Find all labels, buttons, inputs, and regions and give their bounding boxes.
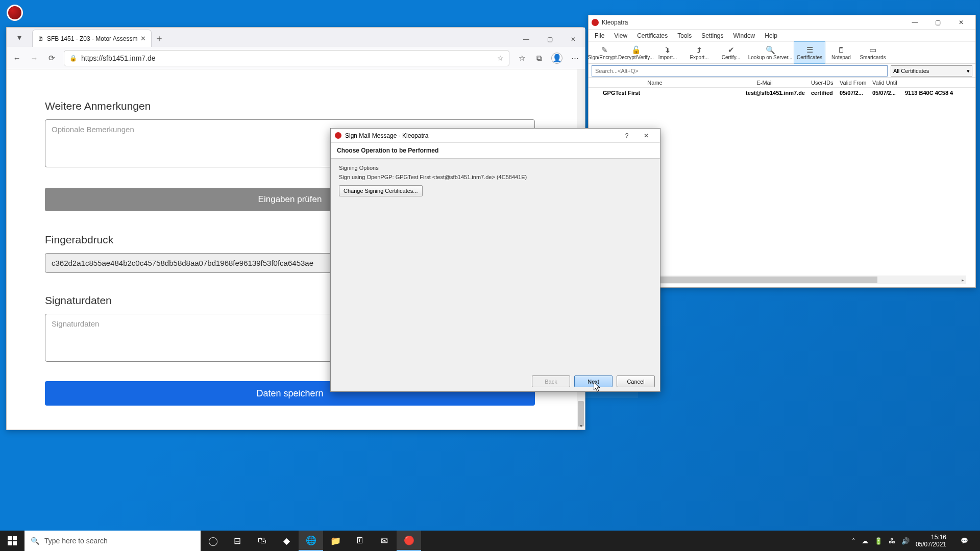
reader-star-icon[interactable]: ☆ <box>497 54 504 62</box>
certify-icon: ✔ <box>728 45 734 55</box>
taskbar-edge-icon[interactable]: 🌐 <box>299 531 323 551</box>
change-signing-certs-button[interactable]: Change Signing Certificates... <box>339 185 423 196</box>
forward-icon: → <box>29 54 39 62</box>
menu-view[interactable]: View <box>610 31 631 40</box>
kleopatra-titlebar[interactable]: Kleopatra — ▢ ✕ <box>589 15 975 30</box>
system-tray[interactable]: ˄ ☁ 🔋 🖧 🔊 15:16 05/07/2021 💬 <box>848 531 980 551</box>
tool-decrypt-verify[interactable]: 🔓Decrypt/Verify... <box>620 41 652 64</box>
tool-certificates[interactable]: ☰Certificates <box>794 41 825 64</box>
col-keyid[interactable] <box>902 78 975 87</box>
menu-settings[interactable]: Settings <box>697 31 727 40</box>
sign-using-line: Sign using OpenPGP: GPGTest First <test@… <box>339 174 652 180</box>
close-icon[interactable]: ✕ <box>949 19 972 26</box>
start-button[interactable] <box>0 531 24 551</box>
dialog-body: Signing Options Sign using OpenPGP: GPGT… <box>331 159 660 203</box>
tool-import[interactable]: ⮯Import... <box>652 41 683 64</box>
cortana-icon[interactable]: ⊟ <box>225 531 250 551</box>
tool-sign-encrypt[interactable]: ✎Sign/Encrypt... <box>589 41 620 64</box>
tool-certify[interactable]: ✔Certify... <box>715 41 747 64</box>
close-icon[interactable]: ✕ <box>561 32 585 47</box>
kleopatra-toolbar: ✎Sign/Encrypt... 🔓Decrypt/Verify... ⮯Imp… <box>589 41 975 64</box>
taskbar-kleopatra-icon[interactable]: 🔴 <box>397 531 421 551</box>
menu-file[interactable]: File <box>591 31 608 40</box>
tab-title: SFB 1451 - Z03 - Motor Assessm <box>47 35 137 42</box>
taskbar-explorer-icon[interactable]: 📁 <box>323 531 348 551</box>
taskbar-app1-icon[interactable]: ◆ <box>274 531 299 551</box>
taskbar-store-icon[interactable]: 🛍 <box>250 531 274 551</box>
kleopatra-icon <box>335 132 341 139</box>
menu-icon[interactable]: ⋯ <box>570 54 580 63</box>
col-validuntil[interactable]: Valid Until <box>869 78 902 87</box>
menu-help[interactable]: Help <box>761 31 781 40</box>
col-validfrom[interactable]: Valid From <box>837 78 869 87</box>
lock-icon: 🔒 <box>69 55 77 62</box>
dialog-titlebar[interactable]: Sign Mail Message - Kleopatra ? ✕ <box>331 129 660 142</box>
close-tab-icon[interactable]: ✕ <box>140 35 146 42</box>
close-icon[interactable]: ✕ <box>636 132 656 139</box>
tray-battery-icon[interactable]: 🔋 <box>874 537 883 545</box>
account-icon[interactable]: 👤 <box>551 53 562 64</box>
minimize-icon[interactable]: — <box>514 32 538 47</box>
windows-logo-icon <box>8 536 17 545</box>
reload-icon[interactable]: ⟳ <box>46 54 57 63</box>
taskbar-msstore-icon[interactable]: 🗓 <box>348 531 372 551</box>
tool-lookup[interactable]: 🔍Lookup on Server... <box>747 41 794 64</box>
table-row[interactable]: GPGTest First test@sfb1451.inm7.de certi… <box>589 88 975 98</box>
menu-window[interactable]: Window <box>729 31 760 40</box>
tool-smartcards[interactable]: ▭Smartcards <box>857 41 889 64</box>
table-header[interactable]: Name E-Mail User-IDs Valid From Valid Un… <box>589 78 975 88</box>
col-userids[interactable]: User-IDs <box>808 78 837 87</box>
bookmark-icon[interactable]: ☆ <box>517 54 527 63</box>
taskbar-pinned: ◯ ⊟ 🛍 ◆ 🌐 📁 🗓 ✉ 🔴 <box>201 531 421 551</box>
cert-search-input[interactable] <box>592 65 888 77</box>
kleopatra-filterbar: All Certificates ▾ <box>589 64 975 77</box>
kleopatra-menubar[interactable]: File View Certificates Tools Settings Wi… <box>589 30 975 41</box>
dialog-title: Sign Mail Message - Kleopatra <box>345 132 428 139</box>
new-tab-button[interactable]: ＋ <box>152 30 167 47</box>
browser-tab-active[interactable]: 🗎 SFB 1451 - Z03 - Motor Assessm ✕ <box>32 30 152 47</box>
tray-volume-icon[interactable]: 🔊 <box>901 537 910 545</box>
search-icon: 🔍 <box>766 45 775 55</box>
tool-export[interactable]: ⮭Export... <box>683 41 715 64</box>
url-bar[interactable]: 🔒 https://sfb1451.inm7.de ☆ <box>64 50 509 66</box>
col-email[interactable]: E-Mail <box>721 78 808 87</box>
tool-notepad[interactable]: 🗒Notepad <box>825 41 857 64</box>
next-button[interactable]: Next <box>574 375 612 387</box>
maximize-icon[interactable]: ▢ <box>538 32 561 47</box>
menu-tools[interactable]: Tools <box>673 31 696 40</box>
tray-chevron-up-icon[interactable]: ˄ <box>852 537 855 545</box>
action-center-icon[interactable]: 💬 <box>952 531 976 551</box>
col-name[interactable]: Name <box>589 78 721 87</box>
url-text: https://sfb1451.inm7.de <box>81 54 156 62</box>
minimize-icon[interactable]: — <box>903 19 926 26</box>
cancel-button[interactable]: Cancel <box>617 375 655 387</box>
chevron-down-icon: ▾ <box>967 68 970 74</box>
cell-validuntil: 05/07/2... <box>869 88 902 98</box>
cert-filter-combo[interactable]: All Certificates ▾ <box>891 65 972 77</box>
kleopatra-title: Kleopatra <box>602 19 628 26</box>
clock-time: 15:16 <box>916 534 946 541</box>
pocket-icon[interactable]: ⧉ <box>534 54 544 63</box>
remarks-heading: Weitere Anmerkungen <box>45 100 572 112</box>
menu-certs[interactable]: Certificates <box>633 31 672 40</box>
back-icon[interactable]: ← <box>12 54 22 62</box>
taskbar-mail-icon[interactable]: ✉ <box>372 531 397 551</box>
task-view-icon[interactable]: ◯ <box>201 531 225 551</box>
scroll-down-icon[interactable]: ▾ <box>577 421 585 430</box>
firefox-app-icon[interactable] <box>7 5 23 21</box>
svg-rect-4 <box>13 541 17 545</box>
taskbar[interactable]: 🔍 Type here to search ◯ ⊟ 🛍 ◆ 🌐 📁 🗓 ✉ 🔴 … <box>0 531 980 551</box>
maximize-icon[interactable]: ▢ <box>926 19 949 26</box>
tray-network-icon[interactable]: 🖧 <box>889 537 895 545</box>
tab-list-button[interactable]: ▾ <box>7 28 32 47</box>
export-icon: ⮭ <box>696 45 703 55</box>
taskbar-search[interactable]: 🔍 Type here to search <box>24 531 201 551</box>
tray-onedrive-icon[interactable]: ☁ <box>862 537 868 545</box>
clock-date: 05/07/2021 <box>916 541 946 548</box>
page-icon: 🗎 <box>38 35 44 42</box>
scroll-right-icon[interactable]: ▸ <box>959 278 966 283</box>
certificate-table[interactable]: Name E-Mail User-IDs Valid From Valid Un… <box>589 77 975 98</box>
help-icon[interactable]: ? <box>617 132 636 139</box>
cell-name: GPGTest First <box>589 88 721 98</box>
taskbar-clock[interactable]: 15:16 05/07/2021 <box>916 534 946 548</box>
